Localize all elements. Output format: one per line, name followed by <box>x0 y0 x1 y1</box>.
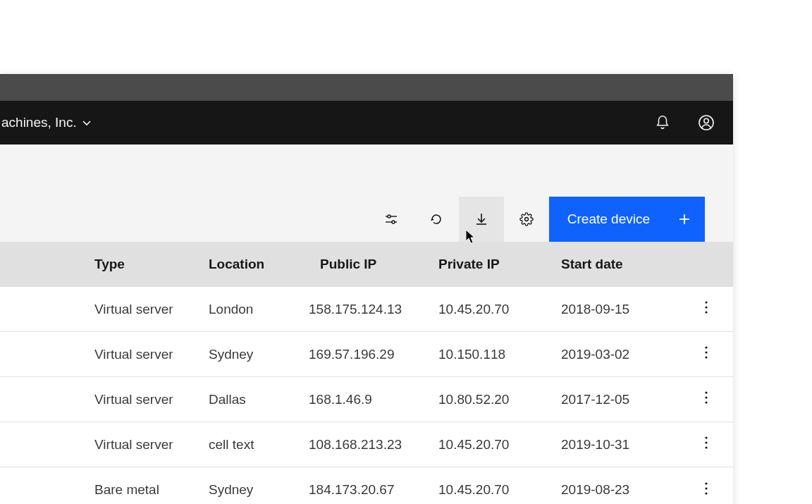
cell-type: Bare metal <box>0 482 209 498</box>
cell-location: cell text <box>209 437 309 453</box>
content-area: Create device Type Location Public IP Pr… <box>0 145 733 504</box>
overflow-menu-vertical-icon <box>705 391 708 404</box>
refresh-button[interactable] <box>414 197 459 242</box>
row-overflow-menu[interactable] <box>699 431 713 458</box>
cell-start-date: 2019-10-31 <box>561 437 681 453</box>
cell-private-ip: 10.150.118 <box>438 347 561 362</box>
row-overflow-menu[interactable] <box>699 340 713 368</box>
cell-public-ip: 108.168.213.23 <box>309 437 438 453</box>
svg-point-18 <box>705 396 707 398</box>
svg-point-25 <box>705 492 707 494</box>
restart-icon <box>429 212 443 226</box>
add-icon <box>678 213 691 226</box>
svg-point-19 <box>705 401 707 403</box>
cell-public-ip: 184.173.20.67 <box>309 482 438 498</box>
row-overflow-menu[interactable] <box>699 477 713 504</box>
table-header-row: Type Location Public IP Private IP Start… <box>0 242 733 287</box>
header-private-ip[interactable]: Private IP <box>438 257 561 272</box>
download-icon <box>474 212 488 226</box>
header-public-ip[interactable]: Public IP <box>309 257 438 272</box>
svg-point-11 <box>705 301 707 303</box>
overflow-menu-vertical-icon <box>705 301 708 314</box>
row-overflow-menu[interactable] <box>699 295 713 323</box>
notifications-button[interactable] <box>647 107 678 138</box>
cell-private-ip: 10.45.20.70 <box>438 302 561 317</box>
svg-point-3 <box>388 215 390 218</box>
header-start-date[interactable]: Start date <box>561 257 681 272</box>
header-location[interactable]: Location <box>209 257 309 272</box>
svg-point-22 <box>705 446 707 448</box>
window-titlebar <box>0 74 733 101</box>
svg-point-8 <box>524 218 528 221</box>
cell-public-ip: 158.175.124.13 <box>309 302 438 317</box>
settings-adjust-icon <box>384 212 398 226</box>
svg-point-17 <box>705 391 707 393</box>
user-avatar-icon <box>698 114 715 131</box>
cell-start-date: 2019-03-02 <box>561 347 681 362</box>
table-row[interactable]: Virtual server Dallas 168.1.46.9 10.80.5… <box>0 377 733 422</box>
cell-start-date: 2018-09-15 <box>561 302 681 317</box>
table-row[interactable]: Virtual server cell text 108.168.213.23 … <box>0 422 733 467</box>
create-device-label: Create device <box>567 211 650 227</box>
row-overflow-menu[interactable] <box>699 386 713 413</box>
svg-point-12 <box>705 306 707 308</box>
table-body: Virtual server London 158.175.124.13 10.… <box>0 287 733 504</box>
settings-icon <box>519 212 534 226</box>
filter-button[interactable] <box>369 197 414 242</box>
org-switcher[interactable]: achines, Inc. <box>0 115 92 130</box>
table-row[interactable]: Bare metal Sydney 184.173.20.67 10.45.20… <box>0 467 733 504</box>
svg-point-5 <box>392 221 395 223</box>
topbar-actions <box>647 107 722 138</box>
overflow-menu-vertical-icon <box>705 436 708 449</box>
table-row[interactable]: Virtual server London 158.175.124.13 10.… <box>0 287 733 332</box>
bell-icon <box>655 115 670 130</box>
cell-location: Sydney <box>209 347 309 362</box>
header-type[interactable]: Type <box>0 257 209 272</box>
cell-location: Dallas <box>209 392 309 407</box>
cell-type: Virtual server <box>0 392 209 407</box>
cell-location: Sydney <box>209 482 309 498</box>
chevron-down-icon <box>81 117 92 128</box>
cell-private-ip: 10.45.20.70 <box>438 437 561 453</box>
svg-point-16 <box>705 356 707 358</box>
cell-private-ip: 10.45.20.70 <box>438 482 561 498</box>
svg-point-20 <box>705 436 707 438</box>
svg-point-21 <box>705 441 707 443</box>
cell-public-ip: 168.1.46.9 <box>309 392 438 407</box>
user-avatar-button[interactable] <box>691 107 722 138</box>
svg-point-13 <box>705 311 707 313</box>
svg-point-1 <box>704 118 708 123</box>
svg-point-23 <box>705 482 707 484</box>
cell-private-ip: 10.80.52.20 <box>438 392 561 407</box>
cell-public-ip: 169.57.196.29 <box>309 347 438 362</box>
cell-type: Virtual server <box>0 302 209 317</box>
download-button[interactable] <box>459 197 504 242</box>
cell-start-date: 2017-12-05 <box>561 392 681 407</box>
svg-point-24 <box>705 487 707 489</box>
app-topbar: achines, Inc. <box>0 101 733 145</box>
overflow-menu-vertical-icon <box>705 346 708 359</box>
cell-location: London <box>209 302 309 317</box>
cell-start-date: 2019-08-23 <box>561 482 681 498</box>
overflow-menu-vertical-icon <box>705 482 708 495</box>
cell-type: Virtual server <box>0 437 209 453</box>
settings-button[interactable] <box>504 197 549 242</box>
table-toolbar: Create device <box>0 197 733 242</box>
create-device-button[interactable]: Create device <box>549 197 705 242</box>
cell-type: Virtual server <box>0 347 209 362</box>
org-label: achines, Inc. <box>1 115 77 130</box>
table-row[interactable]: Virtual server Sydney 169.57.196.29 10.1… <box>0 332 733 377</box>
svg-point-14 <box>705 346 707 348</box>
svg-point-15 <box>705 351 707 353</box>
